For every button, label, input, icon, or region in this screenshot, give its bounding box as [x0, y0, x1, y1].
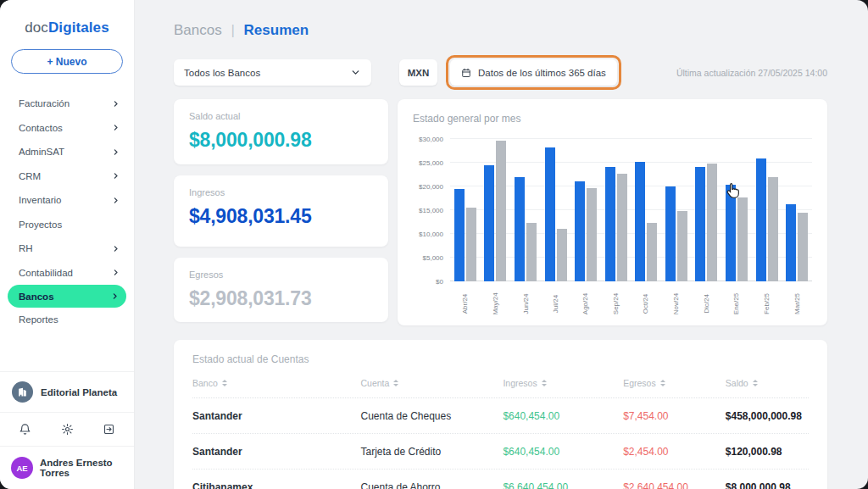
x-tick-label: Sep/24	[612, 292, 620, 314]
monthly-chart-card: Estado general por mes $0$5,000$10,000$1…	[398, 99, 827, 325]
date-range-button[interactable]: Datos de los últimos 365 días	[450, 59, 617, 86]
column-header-egresos[interactable]: Egresos	[623, 378, 726, 388]
new-button[interactable]: + Nuevo	[11, 49, 123, 74]
y-tick-label: $20,000	[419, 183, 443, 191]
sidebar-item-inventario[interactable]: Inventario	[0, 188, 134, 213]
y-tick-label: $0	[436, 278, 443, 286]
calendar-icon	[461, 68, 471, 78]
y-tick-label: $5,000	[423, 254, 443, 262]
chart-x-labels: Abr/24May/24Jun/24Jul/24Ago/24Sep/24Oct/…	[450, 285, 812, 322]
cell-cuenta: Tarjeta de Crédito	[360, 446, 503, 458]
chevron-right-icon	[112, 148, 120, 156]
bar-azul	[726, 185, 736, 281]
company-row[interactable]: Editorial Planeta	[0, 371, 134, 412]
bar-group	[601, 139, 632, 281]
currency-badge[interactable]: MXN	[399, 59, 437, 86]
y-tick-label: $10,000	[419, 231, 443, 238]
bar-azul	[635, 162, 645, 281]
bar-azul	[605, 167, 615, 281]
x-tick: Abr/24	[450, 285, 481, 322]
y-tick-label: $25,000	[419, 159, 443, 167]
gear-icon[interactable]	[61, 423, 74, 436]
sidebar-item-label: AdminSAT	[19, 147, 64, 157]
bar-group	[570, 139, 601, 281]
cell-ingresos: $6,640,454.00	[503, 481, 623, 489]
egresos-card: Egresos $2,908,031.73	[174, 258, 388, 322]
x-tick-label: Ago/24	[582, 292, 590, 314]
sidebar-item-contabilidad[interactable]: Contabilidad	[0, 261, 134, 286]
bar-group	[541, 139, 571, 281]
sidebar-item-label: Contactos	[19, 123, 63, 133]
column-label: Saldo	[726, 378, 748, 388]
filter-bar: Todos los Bancos MXN Datos de los último…	[174, 57, 827, 88]
sidebar-item-facturacion[interactable]: Facturación	[0, 92, 134, 116]
date-range-label: Datos de los últimos 365 días	[478, 68, 606, 78]
breadcrumb: Bancos | Resumen	[174, 22, 827, 39]
ingresos-value: $4,908,031.45	[189, 205, 373, 228]
sidebar-item-contactos[interactable]: Contactos	[0, 116, 134, 141]
bar-azul	[575, 181, 585, 281]
x-tick-label: Jun/24	[521, 293, 529, 314]
x-tick-label: Jul/24	[552, 294, 559, 312]
page-title: Resumen	[244, 22, 309, 38]
logout-icon[interactable]	[103, 423, 115, 436]
y-tick-label: $30,000	[419, 136, 443, 143]
x-tick: May/24	[481, 285, 511, 322]
sidebar-nav: Facturación Contactos AdminSAT CRM Inven…	[0, 92, 134, 332]
column-header-saldo[interactable]: Saldo	[726, 378, 809, 388]
x-tick-label: Nov/24	[672, 292, 680, 314]
ingresos-card: Ingresos $4,908,031.45	[174, 175, 388, 247]
x-tick: Dic/24	[692, 285, 722, 322]
user-row[interactable]: AE Andres Ernesto Torres	[0, 447, 134, 489]
sort-icon	[660, 380, 665, 386]
column-header-ingresos[interactable]: Ingresos	[503, 378, 623, 388]
x-tick-label: Mar/25	[793, 293, 801, 314]
sort-icon	[542, 380, 547, 386]
column-header-banco[interactable]: Banco	[192, 378, 360, 388]
bell-icon[interactable]	[19, 423, 31, 436]
sidebar-item-reportes[interactable]: Reportes	[0, 308, 134, 332]
cell-banco: Santander	[192, 446, 360, 458]
cell-cuenta: Cuenta de Cheques	[360, 410, 503, 422]
bar-gris	[557, 229, 567, 281]
chevron-right-icon	[111, 292, 119, 300]
bar-group	[721, 139, 752, 281]
sidebar-item-crm[interactable]: CRM	[0, 164, 134, 189]
card-label: Ingresos	[189, 187, 373, 197]
saldo-actual-value: $8,000,000.98	[189, 129, 373, 152]
bank-filter-select[interactable]: Todos los Bancos	[174, 59, 371, 86]
bar-gris	[466, 208, 476, 281]
saldo-actual-card: Saldo actual $8,000,000.98	[174, 99, 388, 164]
chart-bars	[450, 139, 812, 281]
sidebar-item-bancos[interactable]: Bancos	[8, 285, 126, 308]
building-icon	[12, 381, 33, 403]
bar-gris	[526, 223, 537, 281]
summary-cards: Saldo actual $8,000,000.98 Ingresos $4,9…	[174, 99, 388, 325]
column-header-cuenta[interactable]: Cuenta	[360, 378, 503, 388]
cell-egresos: $2,454.00	[623, 446, 726, 458]
sidebar-item-rh[interactable]: RH	[0, 236, 134, 261]
column-label: Egresos	[623, 378, 656, 388]
x-tick: Sep/24	[601, 285, 632, 322]
cell-saldo: $458,000,000.98	[726, 410, 809, 422]
sidebar-item-label: RH	[19, 243, 33, 253]
x-tick: Jul/24	[541, 285, 571, 322]
quick-actions	[0, 412, 134, 447]
chevron-right-icon	[112, 100, 120, 108]
bank-filter-value: Todos los Bancos	[184, 68, 260, 78]
sidebar-item-label: Facturación	[19, 98, 70, 108]
sidebar-item-label: Reportes	[19, 314, 58, 325]
sidebar-item-adminsat[interactable]: AdminSAT	[0, 140, 134, 164]
bar-group	[481, 139, 511, 281]
card-label: Egresos	[189, 270, 373, 280]
sidebar-item-proyectos[interactable]: Proyectos	[0, 213, 134, 237]
bar-azul	[545, 147, 555, 281]
chevron-right-icon	[112, 172, 120, 180]
card-label: Saldo actual	[189, 111, 373, 121]
cell-banco: Santander	[192, 410, 360, 422]
x-tick-label: Ene/25	[732, 292, 740, 314]
x-tick: Oct/24	[631, 285, 661, 322]
avatar: AE	[11, 457, 33, 479]
bar-group	[661, 139, 692, 281]
chart-y-axis: $0$5,000$10,000$15,000$20,000$25,000$30,…	[398, 139, 443, 281]
